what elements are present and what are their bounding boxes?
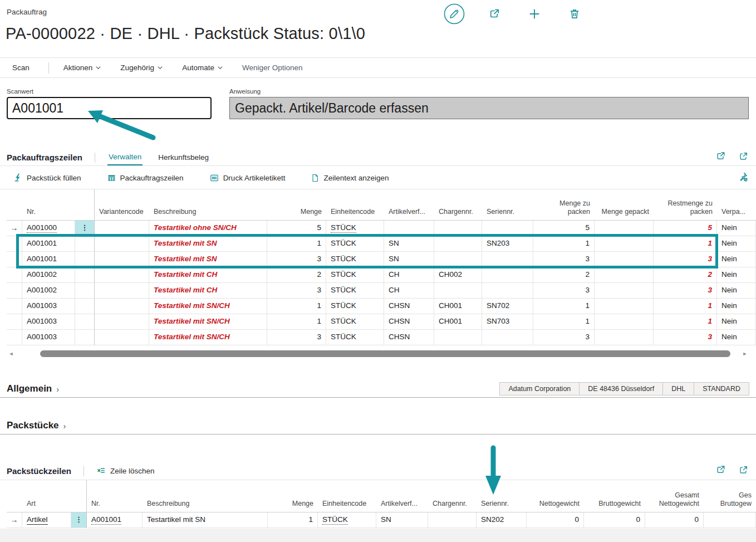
share-part-button[interactable] (715, 151, 726, 164)
cell-menge-zu-packen[interactable]: 1 (533, 236, 595, 252)
cell-beschreibung[interactable]: Testartikel mit CH (149, 267, 267, 283)
cell-menge-zu-packen[interactable]: 3 (533, 330, 595, 345)
tab-verwalten[interactable]: Verwalten (107, 150, 143, 165)
cell-chargennr[interactable]: CH001 (434, 314, 482, 330)
cell-variantencode[interactable] (95, 283, 149, 299)
cell-restmenge[interactable]: 1 (654, 314, 717, 330)
col-beschreibung[interactable]: Beschreibung (149, 189, 267, 221)
row-menu-button[interactable]: ⋮ (75, 221, 95, 236)
cell-menge-gepackt[interactable] (595, 236, 654, 252)
cell-verpa[interactable]: Nein (717, 252, 756, 267)
druck-artikeletikett-button[interactable]: Druck Artikeletikett (209, 173, 286, 183)
cell-einheitencode[interactable]: STÜCK (326, 299, 384, 314)
col-seriennr[interactable]: Seriennr. (477, 480, 527, 512)
menu-aktionen[interactable]: Aktionen (63, 64, 102, 72)
cell-artikelverf[interactable]: CHSN (384, 330, 434, 345)
cell-menge[interactable]: 1 (267, 299, 326, 314)
cell-menge-gepackt[interactable] (595, 221, 654, 236)
cell-menge-gepackt[interactable] (595, 267, 654, 283)
share-part-button[interactable] (715, 465, 726, 477)
col-seriennr[interactable]: Seriennr. (482, 189, 533, 221)
cell-menge-gepackt[interactable] (595, 283, 654, 299)
row-menu-button[interactable] (75, 236, 95, 252)
cell-chargennr[interactable] (428, 512, 477, 528)
cell-einheitencode[interactable]: STÜCK (326, 236, 384, 252)
col-einheitencode[interactable]: Einheitencode (326, 189, 384, 221)
cell-seriennr[interactable] (482, 267, 533, 283)
col-bruttogewicht[interactable]: Bruttogewicht (584, 480, 645, 512)
cell-gesamt-netto[interactable]: 0 (645, 512, 704, 528)
cell-seriennr[interactable] (482, 283, 533, 299)
cell-seriennr[interactable] (482, 252, 533, 267)
cell-restmenge[interactable]: 3 (654, 283, 717, 299)
allgemein-heading[interactable]: Allgemein › (7, 383, 59, 397)
cell-beschreibung[interactable]: Testartikel mit CH (149, 283, 267, 299)
cell-artikelverf[interactable]: SN (384, 252, 434, 267)
cell-beschreibung[interactable]: Testartikel mit SN (149, 236, 267, 252)
expand-part-button[interactable] (738, 152, 748, 164)
cell-menge[interactable]: 5 (267, 221, 326, 236)
menu-scan[interactable]: Scan (12, 64, 30, 72)
cell-beschreibung[interactable]: Testartikel mit SN/CH (149, 299, 267, 314)
cell-seriennr[interactable]: SN203 (482, 236, 533, 252)
cell-verpa[interactable]: Nein (717, 221, 756, 236)
cell-menge[interactable]: 3 (267, 330, 326, 345)
menu-weniger-optionen[interactable]: Weniger Optionen (242, 64, 303, 72)
cell-beschreibung[interactable]: Testartikel mit SN (143, 512, 268, 528)
cell-einheitencode[interactable]: STÜCK (326, 252, 384, 267)
cell-artikelverf[interactable]: CH (384, 267, 434, 283)
cell-menge-zu-packen[interactable]: 2 (533, 267, 595, 283)
cell-verpa[interactable]: Nein (717, 283, 756, 299)
row-menu-button[interactable] (75, 267, 95, 283)
cell-variantencode[interactable] (95, 221, 149, 236)
row-menu-button[interactable] (75, 330, 95, 345)
cell-verpa[interactable]: Nein (717, 330, 756, 345)
cell-chargennr[interactable]: CH002 (434, 267, 482, 283)
col-nr[interactable]: Nr. (22, 189, 75, 221)
col-nr[interactable]: Nr. (87, 480, 143, 512)
cell-nr[interactable]: A001002 (22, 267, 75, 283)
col-variantencode[interactable]: Variantencode (95, 189, 149, 221)
cell-menge[interactable]: 3 (267, 252, 326, 267)
cell-einheitencode[interactable]: STÜCK (318, 512, 376, 528)
cell-nettogewicht[interactable]: 0 (527, 512, 584, 528)
cell-chargennr[interactable] (434, 252, 482, 267)
col-menge[interactable]: Menge (268, 480, 318, 512)
cell-artikelverf[interactable]: CHSN (384, 314, 434, 330)
cell-einheitencode[interactable]: STÜCK (326, 267, 384, 283)
cell-restmenge[interactable]: 5 (654, 221, 717, 236)
badge-carrier[interactable]: DHL (662, 382, 694, 395)
cell-chargennr[interactable] (434, 236, 482, 252)
cell-restmenge[interactable]: 1 (654, 299, 717, 314)
cell-menge-gepackt[interactable] (595, 314, 654, 330)
packauftragszeilen-button[interactable]: Packauftragszeilen (107, 173, 184, 183)
packstueck-fuellen-button[interactable]: Packstück füllen (13, 173, 81, 183)
badge-customer[interactable]: Adatum Corporation (499, 382, 580, 395)
cell-einheitencode[interactable]: STÜCK (326, 283, 384, 299)
cell-nr[interactable]: A001003 (22, 314, 75, 330)
cell-menge-zu-packen[interactable]: 1 (533, 299, 595, 314)
einheit-link[interactable]: STÜCK (322, 515, 348, 525)
menu-zugehoerig[interactable]: Zugehörig (120, 64, 163, 72)
row-menu-button[interactable]: ⋮ (71, 512, 87, 528)
cell-variantencode[interactable] (95, 267, 149, 283)
col-gesamt-netto[interactable]: Gesamt Nettogewicht (645, 480, 704, 512)
cell-menge[interactable]: 1 (268, 512, 318, 528)
cell-artikelverf[interactable]: SN (376, 512, 428, 528)
nr-link[interactable]: A001001 (91, 515, 121, 525)
cell-gesamt-brutto[interactable] (704, 512, 756, 528)
cell-nr[interactable]: A001001 (87, 512, 143, 528)
art-link[interactable]: Artikel (27, 515, 48, 525)
scroll-right-button[interactable]: ► (740, 351, 749, 357)
cell-restmenge[interactable]: 3 (654, 330, 717, 345)
cell-menge-zu-packen[interactable]: 3 (533, 283, 595, 299)
cell-seriennr[interactable] (482, 330, 533, 345)
cell-verpa[interactable]: Nein (717, 299, 756, 314)
row-menu-button[interactable] (75, 314, 95, 330)
cell-menge-zu-packen[interactable]: 1 (533, 314, 595, 330)
nr-link[interactable]: A001000 (27, 223, 57, 233)
cell-nr[interactable]: A001003 (22, 299, 75, 314)
cell-verpa[interactable]: Nein (717, 236, 756, 252)
cell-menge-gepackt[interactable] (595, 330, 654, 345)
cell-restmenge[interactable]: 1 (654, 236, 717, 252)
